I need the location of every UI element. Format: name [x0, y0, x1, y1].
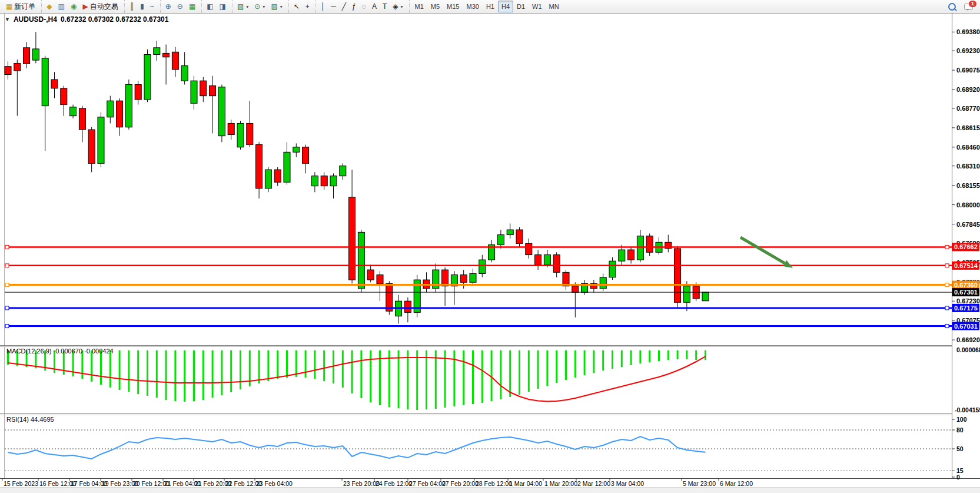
tile-windows-button[interactable]: ▦: [186, 1, 198, 12]
new-chart-button[interactable]: ▧▾: [234, 1, 251, 12]
line-handle-right[interactable]: [945, 264, 949, 267]
new-chart-dropdown-icon[interactable]: ▾: [246, 4, 248, 9]
timeframe-m15-button[interactable]: M15: [443, 1, 463, 12]
timeframe-m30-button[interactable]: M30: [463, 1, 482, 12]
cursor-button[interactable]: ↖: [291, 1, 303, 12]
vertical-line-button[interactable]: │: [318, 1, 328, 12]
line-handle-right[interactable]: [945, 325, 949, 328]
candle-body: [637, 236, 643, 260]
time-axis-label: 6 Mar 12:00: [720, 480, 753, 487]
zoom-out-icon: ⊖: [177, 3, 183, 10]
candle-body: [284, 152, 290, 182]
chart-canvas[interactable]: 0.693800.692300.690750.689200.687700.686…: [0, 13, 980, 493]
candle-body: [507, 230, 513, 235]
time-axis-label: 15 Feb 2023: [4, 480, 38, 487]
candle-body: [42, 58, 48, 106]
one-click-trading-toggle-icon[interactable]: ▼: [5, 16, 10, 22]
timeframe-h4-label: H4: [501, 3, 510, 10]
line-handle-right[interactable]: [945, 306, 949, 310]
timeframe-m30-label: M30: [466, 3, 479, 10]
zoom-in-icon: ⊕: [165, 3, 171, 10]
time-axis-label: 28 Feb 12:00: [476, 480, 512, 487]
templates-button[interactable]: ▨▾: [268, 1, 285, 12]
text-label-button[interactable]: T: [380, 1, 390, 12]
candle-body: [683, 286, 690, 303]
timeframe-mn-button[interactable]: MN: [546, 1, 563, 12]
profiles-button[interactable]: ◆: [44, 1, 55, 12]
candle-body: [32, 49, 39, 60]
line-chart-button[interactable]: ~: [147, 1, 157, 12]
price-line-label: 0.67031: [954, 323, 978, 330]
timeframe-d1-button[interactable]: D1: [513, 1, 529, 12]
symbol-period-label: AUDUSD-,H4: [14, 15, 57, 24]
new-order-button[interactable]: ▦新订单: [3, 1, 38, 12]
timeframe-m5-button[interactable]: M5: [427, 1, 443, 12]
candle-body: [210, 86, 216, 96]
candle-body: [404, 301, 411, 312]
toolbar-group: │─╱ƒ◌AT◈▾: [315, 0, 408, 13]
notifications-icon[interactable]: 1: [964, 4, 973, 10]
new-order-icon: ▦: [6, 3, 12, 10]
candle-body: [125, 85, 132, 127]
candle-body: [5, 67, 11, 75]
price-line-label: 0.67662: [954, 243, 978, 250]
notification-badge: 1: [969, 1, 976, 7]
candle-body: [433, 270, 439, 289]
zoom-out-button[interactable]: ⊖: [174, 1, 186, 12]
periods-dropdown-icon[interactable]: ▾: [263, 4, 265, 9]
text-button[interactable]: A: [369, 1, 380, 12]
horizontal-line-button[interactable]: ─: [328, 1, 339, 12]
line-handle-left[interactable]: [5, 245, 9, 249]
templates-icon: ▨: [271, 3, 277, 10]
navigator-button[interactable]: ◉: [68, 1, 79, 12]
ellipse-button[interactable]: ◌: [359, 1, 369, 12]
arrows-button[interactable]: ◈▾: [390, 1, 406, 12]
timeframe-h4-button[interactable]: H4: [498, 1, 513, 12]
time-axis-label: 1 Mar 20:00: [544, 480, 577, 487]
time-axis-label: 27 Feb 20:00: [442, 480, 479, 487]
candle-body: [172, 52, 178, 70]
timeframe-w1-button[interactable]: W1: [529, 1, 546, 12]
search-icon[interactable]: [948, 3, 956, 11]
templates-dropdown-icon[interactable]: ▾: [280, 4, 283, 9]
candle-body: [303, 147, 309, 164]
timeframe-m1-button[interactable]: M1: [411, 1, 427, 12]
line-handle-left[interactable]: [5, 264, 9, 267]
market-watch-button[interactable]: ▥: [55, 1, 68, 12]
price-axis-label: 0.68770: [956, 105, 980, 112]
candlestick-chart-button[interactable]: ▮: [137, 1, 147, 12]
periods-button[interactable]: ⊙▾: [251, 1, 268, 12]
line-handle-right[interactable]: [945, 283, 949, 287]
candle-body: [70, 107, 77, 116]
line-handle-left[interactable]: [5, 283, 9, 287]
fibonacci-icon: ƒ: [352, 3, 356, 10]
bar-chart-button[interactable]: ║: [127, 1, 138, 12]
toolbar-group: ◆▥◉▶自动交易: [41, 0, 122, 13]
line-handle-right[interactable]: [945, 245, 949, 249]
candle-body: [79, 108, 85, 130]
candle-body: [619, 250, 625, 261]
line-handle-left[interactable]: [5, 325, 9, 328]
fibonacci-button[interactable]: ƒ: [349, 1, 359, 12]
price-axis-label: 0.68615: [956, 124, 980, 131]
candle-body: [256, 145, 263, 188]
arrange-b-button[interactable]: ◨: [217, 1, 229, 12]
autotrading-button[interactable]: ▶自动交易: [79, 1, 121, 12]
crosshair-button[interactable]: +: [303, 1, 313, 12]
time-axis-label: 24 Feb 12:00: [376, 480, 412, 487]
zoom-in-button[interactable]: ⊕: [162, 1, 174, 12]
arrows-dropdown-icon[interactable]: ▾: [400, 4, 403, 9]
candle-body: [274, 170, 281, 182]
trendline-button[interactable]: ╱: [339, 1, 349, 12]
candle-body: [61, 88, 67, 105]
candle-body: [544, 255, 550, 265]
line-handle-left[interactable]: [5, 306, 9, 310]
candle-body: [702, 292, 709, 301]
candle-body: [675, 249, 681, 302]
price-axis-label: 0.66920: [956, 336, 980, 343]
candle-body: [191, 81, 197, 103]
macd-indicator-label: MACD(12,26,9) -0.000670 -0.000424: [6, 348, 114, 355]
arrange-a-button[interactable]: ◧: [204, 1, 216, 12]
profiles-icon: ◆: [46, 3, 52, 10]
timeframe-h1-button[interactable]: H1: [483, 1, 498, 12]
